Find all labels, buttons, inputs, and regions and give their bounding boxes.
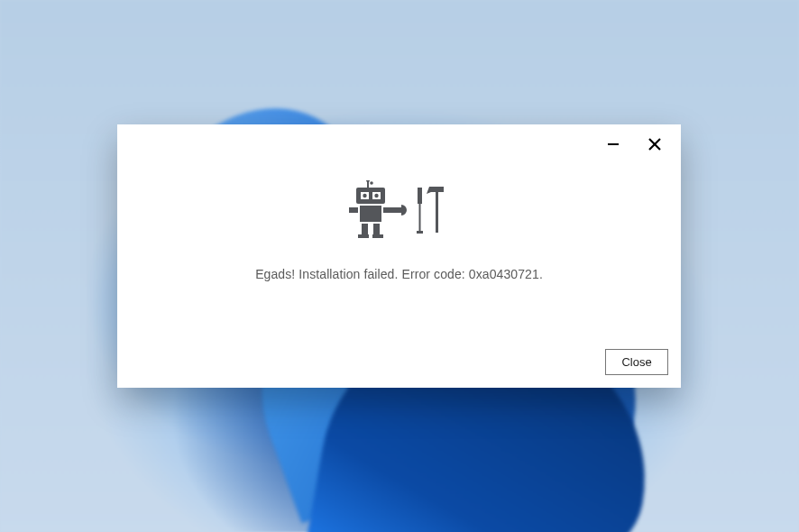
close-icon: [648, 138, 661, 151]
svg-rect-19: [418, 204, 420, 231]
window-close-button[interactable]: [634, 130, 675, 159]
svg-rect-7: [360, 206, 381, 222]
svg-point-5: [370, 181, 373, 185]
svg-rect-21: [431, 187, 444, 192]
dialog-footer: Close: [117, 338, 681, 388]
svg-rect-6: [356, 188, 385, 204]
svg-point-16: [363, 194, 366, 197]
svg-point-17: [374, 194, 378, 197]
svg-rect-12: [358, 234, 369, 238]
svg-rect-20: [417, 231, 423, 234]
minimize-button[interactable]: [592, 130, 634, 159]
svg-marker-22: [427, 187, 431, 194]
svg-point-4: [366, 180, 370, 182]
robot-tools-icon: [345, 180, 454, 243]
svg-rect-18: [418, 188, 422, 204]
svg-rect-11: [373, 224, 380, 236]
minimize-icon: [608, 139, 619, 150]
close-button[interactable]: Close: [605, 349, 668, 375]
error-message: Egads! Installation failed. Error code: …: [255, 267, 543, 281]
dialog-body: Egads! Installation failed. Error code: …: [117, 164, 681, 338]
svg-rect-10: [362, 224, 368, 236]
title-bar: [117, 124, 681, 164]
installer-error-dialog: Egads! Installation failed. Error code: …: [117, 124, 681, 388]
svg-rect-0: [608, 143, 619, 145]
svg-rect-8: [349, 207, 358, 213]
svg-rect-23: [436, 192, 438, 233]
svg-rect-13: [372, 234, 383, 238]
